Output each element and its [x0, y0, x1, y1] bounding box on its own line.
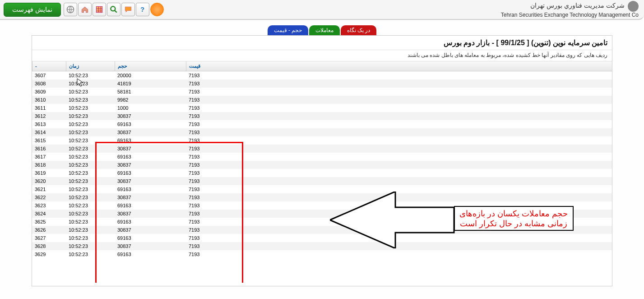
cell-price: 7193 [186, 210, 256, 218]
table-row[interactable]: 361810:52:23308377193 [32, 161, 612, 169]
company-name-en: Tehran Securities Exchange Technology Ma… [501, 12, 639, 18]
cell-time: 10:52:23 [66, 226, 115, 234]
cell-idx: 3628 [32, 242, 66, 250]
cell-idx: 3624 [32, 210, 66, 218]
cell-time: 10:52:23 [66, 79, 115, 88]
cell-vol: 69163 [115, 185, 186, 193]
cell-vol: 69163 [115, 120, 186, 128]
cell-vol: 30837 [115, 193, 186, 201]
cell-time: 10:52:23 [66, 242, 115, 250]
cell-vol: 30837 [115, 242, 186, 250]
show-list-button[interactable]: نمایش فهرست [4, 3, 61, 17]
cell-vol: 30837 [115, 145, 186, 153]
tab-volume-price[interactable]: حجم - قیمت [268, 25, 308, 35]
cell-idx: 3623 [32, 201, 66, 210]
table-row[interactable]: 361510:52:23691637193 [32, 136, 612, 145]
cell-idx: 3610 [32, 96, 66, 104]
cell-idx: 3629 [32, 250, 66, 258]
table-row[interactable]: 362110:52:23691637193 [32, 185, 612, 193]
tab-overview[interactable]: در یک نگاه [341, 25, 376, 35]
cell-vol: 30837 [115, 226, 186, 234]
col-index[interactable]: - [32, 61, 66, 71]
table-row[interactable]: 361210:52:23308377193 [32, 112, 612, 120]
cell-price: 7193 [186, 104, 256, 112]
company-name-fa: شرکت مدیریت فناوري بورس تهران [530, 2, 625, 9]
cell-idx: 3622 [32, 193, 66, 201]
cell-time: 10:52:23 [66, 210, 115, 218]
cell-price: 7193 [186, 128, 256, 136]
table-row[interactable]: 362210:52:23308377193 [32, 193, 612, 201]
tab-trades[interactable]: معاملات [309, 25, 340, 35]
cell-price: 7193 [186, 169, 256, 177]
cell-price: 7193 [186, 177, 256, 185]
table-row[interactable]: 361710:52:23691637193 [32, 153, 612, 161]
table-row[interactable]: 361610:52:23308377193 [32, 145, 612, 153]
new-badge-icon[interactable] [150, 3, 164, 16]
chat-icon[interactable] [121, 3, 135, 16]
cell-time: 10:52:23 [66, 120, 115, 128]
cell-time: 10:52:23 [66, 218, 115, 226]
cell-price: 7193 [186, 161, 256, 169]
help-icon[interactable]: ? [136, 3, 149, 16]
globe-icon[interactable] [64, 3, 77, 16]
cell-idx: 3609 [32, 88, 66, 96]
table-row[interactable]: 362710:52:23691637193 [32, 234, 612, 242]
cell-time: 10:52:23 [66, 250, 115, 258]
grid-icon[interactable] [93, 3, 106, 16]
cell-idx: 3607 [32, 71, 66, 79]
table-row[interactable]: 361410:52:23308377193 [32, 128, 612, 136]
table-row[interactable]: 362010:52:23308377193 [32, 177, 612, 185]
cell-idx: 3621 [32, 185, 66, 193]
cell-time: 10:52:23 [66, 112, 115, 120]
table-row[interactable]: 361910:52:23691637193 [32, 169, 612, 177]
top-toolbar: نمایش فهرست ? شرکت مدیریت فناوري بورس ته… [0, 0, 644, 20]
cell-price: 7193 [186, 242, 256, 250]
cell-idx: 3619 [32, 169, 66, 177]
cell-price: 7193 [186, 120, 256, 128]
cell-idx: 3620 [32, 177, 66, 185]
cell-time: 10:52:23 [66, 145, 115, 153]
cell-idx: 3626 [32, 226, 66, 234]
table-header: - زمان حجم قیمت [32, 61, 612, 71]
cell-time: 10:52:23 [66, 185, 115, 193]
cell-idx: 3612 [32, 112, 66, 120]
cell-time: 10:52:23 [66, 234, 115, 242]
col-price[interactable]: قیمت [186, 61, 256, 71]
cell-price: 7193 [186, 96, 256, 104]
cell-time: 10:52:23 [66, 161, 115, 169]
table-row[interactable]: 362810:52:23308377193 [32, 242, 612, 250]
table-row[interactable]: 360710:52:23200007193 [32, 71, 612, 79]
cell-idx: 3618 [32, 161, 66, 169]
annotation-box: حجم معاملات یکسان در بازه‌های زمانی مشاب… [454, 206, 574, 231]
table-row[interactable]: 360910:52:23581817193 [32, 88, 612, 96]
cell-price: 7193 [186, 250, 256, 258]
cell-idx: 3608 [32, 79, 66, 88]
cell-time: 10:52:23 [66, 153, 115, 161]
col-volume[interactable]: حجم [115, 61, 186, 71]
cell-idx: 3625 [32, 218, 66, 226]
cell-price: 7193 [186, 88, 256, 96]
table-row[interactable]: 361310:52:23691637193 [32, 120, 612, 128]
col-time[interactable]: زمان [66, 61, 115, 71]
cell-time: 10:52:23 [66, 193, 115, 201]
table-row[interactable]: 361110:52:2310007193 [32, 104, 612, 112]
cell-idx: 3616 [32, 145, 66, 153]
table-body[interactable]: 360710:52:23200007193360810:52:234181971… [32, 71, 612, 283]
cell-idx: 3613 [32, 120, 66, 128]
cell-time: 10:52:23 [66, 169, 115, 177]
cell-price: 7193 [186, 71, 256, 79]
table-row[interactable]: 361010:52:2399827193 [32, 96, 612, 104]
search-icon[interactable] [107, 3, 120, 16]
table-row[interactable]: 362910:52:23691637193 [32, 250, 612, 258]
cell-vol: 30837 [115, 177, 186, 185]
cell-idx: 3615 [32, 136, 66, 145]
svg-point-2 [111, 6, 115, 11]
toolbar-icons: ? [64, 3, 164, 16]
table-row[interactable]: 360810:52:23418197193 [32, 79, 612, 88]
cell-price: 7193 [186, 218, 256, 226]
cell-vol: 69163 [115, 201, 186, 210]
cell-vol: 1000 [115, 104, 186, 112]
cell-price: 7193 [186, 193, 256, 201]
home-icon[interactable] [78, 3, 92, 16]
annotation-text: حجم معاملات یکسان در بازه‌های زمانی مشاب… [458, 209, 570, 229]
